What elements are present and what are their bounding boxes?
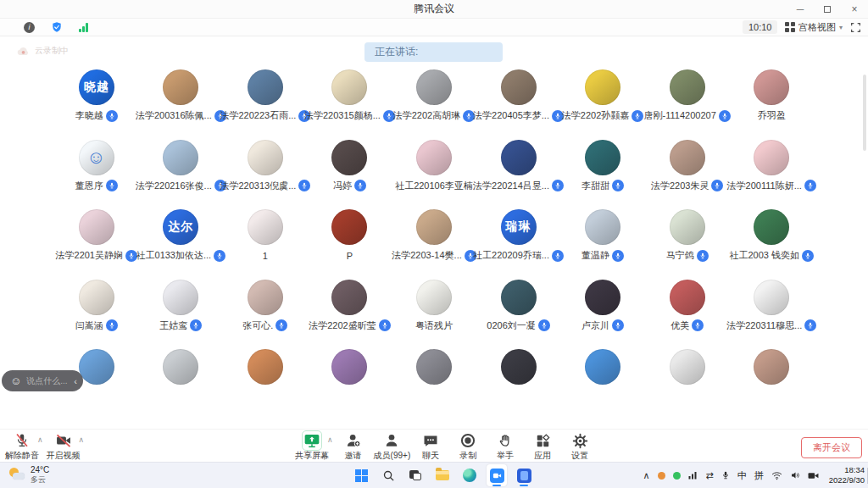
participant-tile[interactable] (139, 347, 223, 417)
participant-tile[interactable]: 唐刚-1114200207 (645, 67, 729, 137)
participant-tile[interactable]: 法学220223石雨... (223, 67, 307, 137)
collapse-chat-icon[interactable]: ‹ (74, 376, 77, 386)
tencent-meeting-app-button[interactable] (487, 464, 507, 486)
participant-tile[interactable] (392, 347, 476, 417)
participant-tile[interactable]: 晓越 李晓越 (54, 67, 138, 137)
security-shield-icon[interactable] (50, 21, 63, 34)
participant-tile[interactable]: 社工220106李亚楠 (392, 137, 476, 208)
avatar (163, 69, 198, 105)
participant-tile[interactable]: 马宁鸽 (645, 207, 729, 277)
apps-button[interactable]: 应用 (524, 432, 561, 462)
participant-tile[interactable] (561, 347, 645, 417)
tray-signal-icon[interactable] (688, 471, 698, 480)
participant-tile[interactable]: 冯婷 (308, 137, 392, 208)
participant-tile[interactable] (308, 347, 392, 417)
network-signal-icon[interactable] (77, 21, 90, 34)
chat-input-placeholder[interactable]: 说点什么... (26, 375, 69, 387)
audio-options-chevron[interactable]: ∧ (37, 435, 43, 444)
participant-tile[interactable]: 法学2201吴静娴 (54, 207, 138, 277)
fullscreen-button[interactable] (850, 22, 861, 33)
settings-button[interactable]: 设置 (561, 432, 598, 462)
participant-tile[interactable] (645, 347, 729, 417)
members-button[interactable]: 成员(99+) (372, 432, 413, 462)
participant-tile[interactable]: ☺ 董恩序 (54, 137, 138, 208)
avatar (331, 140, 367, 175)
start-video-button[interactable]: 开启视频 (45, 432, 82, 462)
scrollbar[interactable] (863, 75, 866, 151)
participant-tile[interactable]: 1 (223, 207, 307, 277)
wifi-icon[interactable] (771, 471, 782, 480)
participant-tile[interactable]: 法学220313倪虞... (223, 137, 307, 208)
participant-tile[interactable]: 法学220214吕昱... (476, 137, 560, 208)
participant-tile[interactable]: 法学2203朱灵 (645, 137, 729, 208)
tray-mic-icon[interactable] (721, 470, 730, 480)
task-view-button[interactable] (405, 464, 426, 486)
tray-expand-chevron[interactable]: ∧ (643, 470, 649, 481)
participant-tile[interactable]: 闫嵩涵 (54, 277, 138, 347)
ime-mode-button[interactable]: 拼 (754, 469, 764, 482)
tray-camera-icon[interactable] (808, 471, 819, 480)
participant-tile[interactable]: 王姞鸾 (139, 277, 223, 347)
video-options-chevron[interactable]: ∧ (79, 435, 85, 444)
chat-button[interactable]: 聊天 (412, 432, 449, 462)
participant-tile[interactable] (223, 347, 307, 417)
tray-switch-icon[interactable]: ⇄ (706, 470, 714, 481)
participant-tile[interactable]: 法学220315颜杨... (308, 67, 392, 137)
participant-tile[interactable]: 张可心. (223, 277, 307, 347)
participant-tile[interactable]: P (308, 207, 392, 277)
participant-name-row: 社工2003 钱奕如 (730, 249, 814, 262)
participant-tile[interactable] (476, 347, 560, 417)
participant-tile[interactable]: 卢京川 (561, 277, 645, 347)
meeting-info-icon[interactable]: i (23, 21, 36, 34)
share-screen-label: 共享屏幕 (295, 450, 329, 462)
edge-browser-button[interactable] (459, 464, 480, 486)
invite-button[interactable]: 邀请 (335, 432, 372, 462)
participant-tile[interactable]: 法学2202孙颢嘉 (561, 67, 645, 137)
record-button[interactable]: 录制 (449, 432, 487, 462)
participant-tile[interactable]: 李甜甜 (561, 137, 645, 208)
participant-tile[interactable]: 乔羽盈 (730, 67, 814, 137)
minimize-button[interactable]: ─ (787, 0, 814, 19)
participant-tile[interactable]: 法学200111陈妍... (730, 137, 814, 208)
view-mode-button[interactable]: 宫格视图 ▾ (785, 21, 843, 34)
ime-language-button[interactable]: 中 (737, 469, 747, 482)
speaker-icon[interactable] (790, 470, 800, 480)
participant-tile[interactable]: 社工2003 钱奕如 (730, 207, 814, 277)
share-options-chevron[interactable]: ∧ (327, 435, 333, 444)
participant-tile[interactable]: 0206刘一凝 (476, 277, 560, 347)
close-button[interactable]: × (841, 0, 868, 19)
participant-tile[interactable]: 优美 (645, 277, 729, 347)
search-button[interactable] (378, 464, 398, 486)
participant-tile[interactable]: 法学220216张俊... (139, 137, 223, 208)
tray-app-icon-orange[interactable] (658, 472, 665, 480)
leave-meeting-button[interactable]: 离开会议 (801, 437, 862, 458)
start-button[interactable] (351, 464, 371, 486)
quick-chat-bubble[interactable]: ☺ 说点什么... ‹ (2, 370, 83, 391)
participant-tile[interactable]: 粤语残片 (392, 277, 476, 347)
participant-tile[interactable]: 瑞琳 社工220209乔瑞... (476, 207, 560, 277)
share-screen-button[interactable]: 共享屏幕 (293, 432, 331, 462)
raise-hand-button[interactable]: 举手 (487, 432, 524, 462)
participant-tile[interactable]: 法学2203-14樊... (392, 207, 476, 277)
participant-tile[interactable]: 法学220405李梦... (476, 67, 560, 137)
participant-tile[interactable]: 法学200316陈佩... (139, 67, 223, 137)
participant-tile[interactable]: 法学220311穆思... (730, 277, 814, 347)
participant-mic-icon (354, 180, 366, 191)
avatar (331, 280, 367, 315)
participant-tile[interactable]: 法学2202高胡琳 (392, 67, 476, 137)
file-explorer-button[interactable] (432, 464, 453, 486)
participant-mic-icon (692, 319, 704, 331)
blue-app-button[interactable] (514, 464, 534, 486)
tray-app-icon-green[interactable] (673, 472, 681, 480)
participant-tile[interactable]: 法学2202盛昕莹 (308, 277, 392, 347)
emoji-icon[interactable]: ☺ (10, 375, 21, 386)
taskbar-weather-widget[interactable]: 24°C 多云 (8, 465, 49, 484)
speaking-banner: 正在讲话: (364, 42, 503, 62)
participant-tile[interactable] (730, 347, 814, 417)
participant-tile[interactable]: 董温静 (561, 207, 645, 277)
taskbar-clock[interactable]: 18:34 2022/9/30 (829, 465, 865, 485)
participant-tile[interactable]: 达尔 社工0133加依达... (139, 207, 223, 277)
share-screen-icon (303, 432, 320, 449)
unmute-button[interactable]: 解除静音 (3, 432, 41, 462)
restore-button[interactable] (814, 0, 841, 19)
